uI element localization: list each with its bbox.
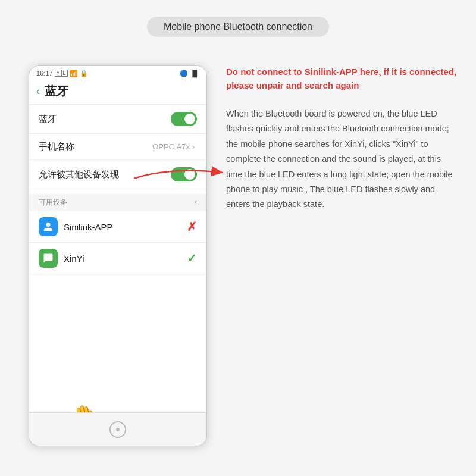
- phone-name-label: 手机名称: [39, 141, 74, 152]
- right-content: Do not connect to Sinilink-APP here, if …: [226, 65, 458, 212]
- device-sinilink-row[interactable]: Sinilink-APP ✗: [29, 211, 206, 243]
- phone-bottom-bar: [29, 412, 206, 446]
- description-text: When the Bluetooth board is powered on, …: [226, 107, 458, 212]
- xinyi-check-mark: ✓: [187, 251, 197, 265]
- available-devices-header: 可用设备 ›: [29, 194, 206, 211]
- home-button[interactable]: [109, 421, 126, 438]
- available-devices-label: 可用设备: [39, 198, 67, 208]
- status-bar: 16:17 🄼🄻 📶 🔒 🔵 ▐▌: [29, 66, 206, 80]
- sinilink-name: Sinilink-APP: [64, 222, 183, 232]
- sinilink-x-mark: ✗: [187, 220, 197, 234]
- warning-text: Do not connect to Sinilink-APP here, if …: [226, 65, 458, 92]
- bluetooth-label: 蓝牙: [39, 114, 57, 125]
- available-devices-chevron: ›: [195, 198, 197, 208]
- page-title: Mobile phone Bluetooth connection: [164, 21, 312, 32]
- svg-point-0: [116, 428, 120, 431]
- discovery-row: 允许被其他设备发现: [29, 160, 206, 189]
- xinyi-icon: [39, 249, 58, 268]
- status-icons: 🔵 ▐▌: [180, 70, 199, 77]
- device-xinyi-row[interactable]: XinYi ✓: [29, 243, 206, 274]
- settings-section: 蓝牙 手机名称 OPPO A7x › 允许被其他设备发现: [29, 105, 206, 189]
- phone-name-row: 手机名称 OPPO A7x ›: [29, 134, 206, 160]
- nav-bar: ‹ 蓝牙: [29, 80, 206, 105]
- phone-name-value: OPPO A7x ›: [152, 142, 195, 151]
- bluetooth-toggle[interactable]: [171, 112, 197, 126]
- discovery-toggle[interactable]: [171, 167, 197, 181]
- back-arrow[interactable]: ‹: [36, 85, 40, 98]
- nav-title: 蓝牙: [45, 83, 68, 99]
- bluetooth-row: 蓝牙: [29, 105, 206, 134]
- status-time: 16:17 🄼🄻 📶 🔒: [36, 70, 88, 77]
- xinyi-name: XinYi: [64, 253, 183, 264]
- discovery-label: 允许被其他设备发现: [39, 169, 119, 180]
- sinilink-icon: [39, 217, 58, 236]
- phone-mockup: 16:17 🄼🄻 📶 🔒 🔵 ▐▌ ‹ 蓝牙 蓝牙 手机名称 OPPO A7x …: [29, 65, 207, 446]
- page-title-pill: Mobile phone Bluetooth connection: [147, 17, 329, 37]
